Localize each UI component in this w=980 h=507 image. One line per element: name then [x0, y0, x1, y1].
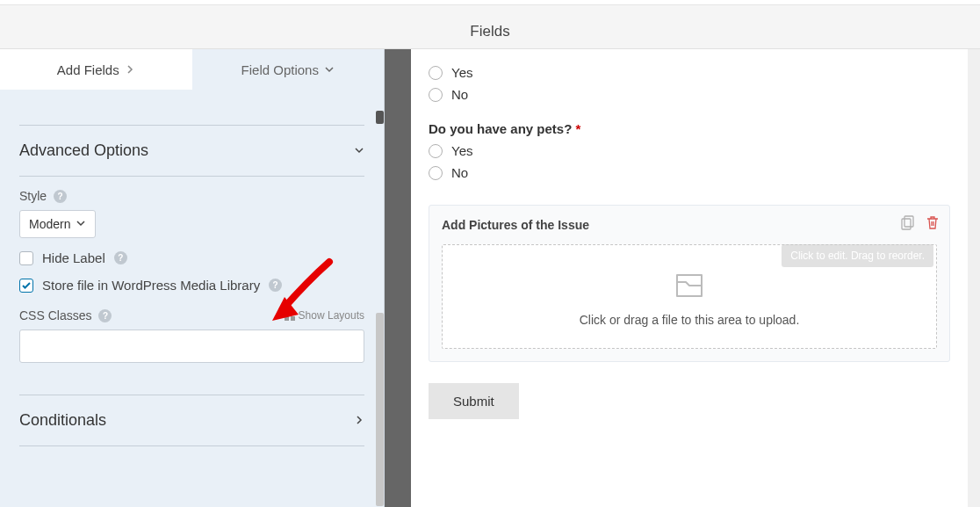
- radio-icon: [429, 88, 443, 102]
- store-media-text: Store file in WordPress Media Library: [42, 278, 260, 293]
- right-scrollbar[interactable]: [968, 49, 980, 507]
- header-title: Fields: [470, 23, 509, 40]
- delete-icon[interactable]: [925, 214, 940, 230]
- tab-field-options[interactable]: Field Options: [192, 49, 385, 90]
- radio-icon: [429, 144, 443, 158]
- help-icon[interactable]: ?: [269, 279, 282, 292]
- help-icon[interactable]: ?: [114, 251, 127, 264]
- css-classes-label: CSS Classes: [19, 308, 91, 322]
- radio-label: Yes: [451, 143, 472, 158]
- style-select[interactable]: Modern: [19, 210, 96, 238]
- scrollbar-thumb[interactable]: [376, 313, 384, 506]
- tab-add-fields[interactable]: Add Fields: [0, 49, 192, 90]
- tab-add-fields-label: Add Fields: [57, 62, 119, 77]
- show-layouts-link[interactable]: Show Layouts: [285, 309, 364, 322]
- radio-option-yes[interactable]: Yes: [429, 65, 950, 80]
- duplicate-icon[interactable]: [900, 214, 916, 230]
- radio-icon: [429, 66, 443, 80]
- store-media-checkbox[interactable]: [19, 279, 33, 293]
- section-advanced-options[interactable]: Advanced Options: [19, 126, 364, 176]
- chevron-right-icon: [125, 62, 135, 77]
- style-label: Style: [19, 189, 47, 203]
- tab-field-options-label: Field Options: [241, 62, 319, 77]
- upload-field-title: Add Pictures of the Issue: [442, 218, 937, 232]
- svg-rect-2: [285, 316, 289, 321]
- chevron-down-icon: [324, 62, 335, 77]
- form-preview: Yes No Do you have any pets? * Yes No Ad…: [411, 49, 968, 507]
- radio-label: No: [451, 165, 468, 180]
- upload-box-icon: [451, 272, 927, 301]
- scrollbar-button[interactable]: [376, 111, 384, 124]
- left-sidebar: Add Fields Field Options Advanced Option…: [0, 49, 385, 507]
- chevron-right-icon: [354, 414, 364, 428]
- hide-label-checkbox[interactable]: [19, 251, 33, 265]
- chevron-down-icon: [354, 144, 364, 158]
- dropzone-text: Click or drag a file to this area to upl…: [451, 313, 927, 327]
- chevron-down-icon: [76, 217, 86, 231]
- section-conditionals[interactable]: Conditionals: [19, 395, 364, 445]
- help-icon[interactable]: ?: [54, 190, 67, 203]
- css-classes-input[interactable]: [19, 330, 364, 363]
- page-header: Fields: [0, 5, 980, 49]
- svg-rect-3: [291, 316, 295, 321]
- edit-tooltip: Click to edit. Drag to reorder.: [782, 244, 933, 267]
- svg-rect-0: [285, 310, 289, 315]
- style-value: Modern: [29, 217, 70, 231]
- radio-option-no[interactable]: No: [429, 87, 950, 102]
- radio-option-no[interactable]: No: [429, 165, 950, 180]
- section-conditionals-title: Conditionals: [19, 411, 106, 430]
- radio-option-yes[interactable]: Yes: [429, 143, 950, 158]
- radio-icon: [429, 166, 443, 180]
- show-layouts-text: Show Layouts: [299, 309, 364, 322]
- submit-label: Submit: [453, 394, 494, 409]
- upload-field[interactable]: Add Pictures of the Issue Click to edit.…: [429, 205, 950, 362]
- section-advanced-title: Advanced Options: [19, 141, 148, 160]
- svg-rect-4: [904, 216, 913, 227]
- required-star-icon: *: [572, 121, 580, 136]
- question-label: Do you have any pets?: [429, 121, 572, 136]
- radio-label: No: [451, 87, 468, 102]
- help-icon[interactable]: ?: [98, 309, 112, 322]
- svg-rect-1: [291, 310, 295, 315]
- submit-button[interactable]: Submit: [429, 383, 519, 419]
- hide-label-text: Hide Label: [42, 250, 105, 265]
- svg-rect-5: [902, 219, 911, 229]
- radio-label: Yes: [451, 65, 472, 80]
